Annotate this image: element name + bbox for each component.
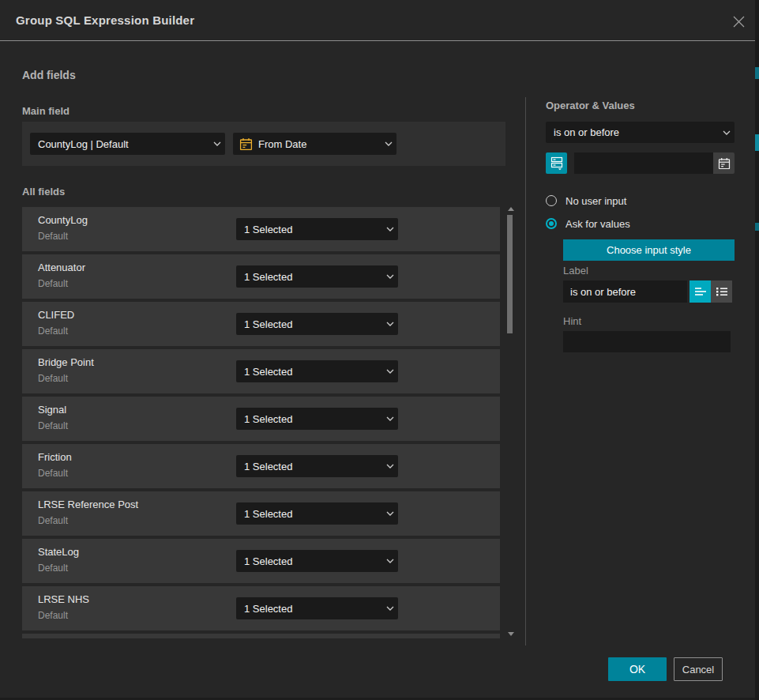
main-field-heading: Main field: [22, 105, 70, 117]
scrollbar-up-arrow[interactable]: [508, 207, 514, 211]
radio-selected-icon: [546, 218, 557, 229]
main-dataset-dropdown-value: CountyLog | Default: [30, 138, 209, 150]
date-value-input[interactable]: [574, 152, 713, 174]
hint-field-label: Hint: [563, 315, 581, 327]
main-field-dropdown[interactable]: From Date: [233, 133, 396, 155]
chevron-down-icon: [719, 130, 735, 135]
field-name: StateLog: [38, 546, 79, 558]
chevron-down-icon: [382, 464, 398, 469]
ok-button[interactable]: OK: [608, 657, 667, 681]
chevron-down-icon: [381, 141, 396, 146]
close-icon: [732, 15, 746, 28]
calendar-icon: [718, 157, 731, 170]
field-selected-dropdown[interactable]: 1 Selected: [236, 265, 398, 288]
cancel-button[interactable]: Cancel: [674, 657, 723, 681]
field-sublabel: Default: [38, 563, 68, 574]
field-sublabel: Default: [38, 420, 68, 431]
close-button[interactable]: [728, 11, 749, 32]
scrollbar-down-arrow[interactable]: [508, 632, 514, 636]
field-sublabel: Default: [38, 326, 68, 337]
field-name: Signal: [38, 404, 66, 416]
field-sublabel: Default: [38, 373, 68, 384]
chevron-down-icon: [382, 227, 398, 231]
field-name: LRSE Reference Post: [38, 499, 138, 510]
label-style-list-button[interactable]: [711, 280, 732, 303]
field-sublabel: Default: [38, 515, 68, 526]
operator-dropdown[interactable]: is on or before: [546, 122, 735, 143]
date-picker-button[interactable]: [713, 152, 735, 174]
field-sublabel: Default: [38, 610, 68, 621]
label-style-text-button[interactable]: [689, 280, 711, 303]
choose-input-style-button[interactable]: Choose input style: [563, 239, 735, 261]
field-row-signal: Signal Default 1 Selected: [22, 397, 500, 441]
field-row-statelog: StateLog Default 1 Selected: [22, 539, 500, 583]
field-name: Friction: [38, 451, 72, 463]
date-field-calendar-icon: [233, 137, 258, 151]
operator-values-heading: Operator & Values: [546, 100, 635, 111]
field-selected-dropdown[interactable]: 1 Selected: [236, 597, 398, 619]
main-field-panel: CountyLog | Default From Date: [22, 122, 505, 166]
bulleted-list-icon: [716, 286, 728, 297]
unique-values-icon: [550, 156, 564, 171]
chevron-down-icon: [382, 511, 398, 516]
label-field-label: Label: [563, 265, 588, 277]
background-fragment: [755, 67, 759, 79]
fields-list-scrollbar-thumb[interactable]: [507, 215, 513, 333]
field-selected-dropdown[interactable]: 1 Selected: [236, 313, 398, 335]
field-row-attenuator: Attenuator Default 1 Selected: [22, 254, 500, 299]
radio-no-user-input[interactable]: No user input: [546, 194, 626, 207]
field-row-countylog: CountyLog Default 1 Selected: [22, 207, 500, 251]
field-sublabel: Default: [38, 278, 68, 289]
field-row-friction: Friction Default 1 Selected: [22, 444, 500, 488]
align-left-icon: [694, 286, 707, 297]
field-name: CLIFED: [38, 309, 74, 321]
field-sublabel: Default: [38, 468, 68, 479]
radio-unselected-icon: [546, 195, 557, 206]
chevron-down-icon: [382, 322, 398, 326]
field-name: CountyLog: [38, 214, 88, 226]
operator-dropdown-value: is on or before: [546, 126, 719, 138]
main-dataset-dropdown[interactable]: CountyLog | Default: [30, 133, 225, 155]
chevron-down-icon: [382, 606, 398, 611]
field-name: LRSE NHS: [38, 593, 89, 605]
field-selected-dropdown[interactable]: 1 Selected: [236, 550, 398, 572]
field-selected-dropdown[interactable]: 1 Selected: [236, 360, 398, 382]
field-row-partial: [22, 634, 500, 638]
header-divider: [0, 40, 755, 41]
group-sql-expression-builder-dialog: Group SQL Expression Builder Add fields …: [0, 0, 759, 700]
add-fields-heading: Add fields: [22, 69, 76, 81]
field-row-clifed: CLIFED Default 1 Selected: [22, 302, 500, 346]
radio-ask-for-values[interactable]: Ask for values: [546, 217, 630, 230]
chevron-down-icon: [382, 274, 398, 279]
value-type-button[interactable]: [546, 152, 567, 174]
field-selected-dropdown[interactable]: 1 Selected: [236, 502, 398, 525]
panel-divider: [525, 97, 526, 645]
chevron-down-icon: [382, 369, 398, 374]
field-row-bridge-point: Bridge Point Default 1 Selected: [22, 349, 500, 393]
field-selected-dropdown[interactable]: 1 Selected: [236, 408, 398, 430]
field-row-lrse-nhs: LRSE NHS Default 1 Selected: [22, 586, 500, 630]
main-field-dropdown-value: From Date: [258, 138, 381, 150]
field-sublabel: Default: [38, 231, 68, 242]
chevron-down-icon: [382, 416, 398, 421]
chevron-down-icon: [382, 559, 398, 563]
label-input[interactable]: [563, 280, 687, 303]
field-row-lrse-reference-post: LRSE Reference Post Default 1 Selected: [22, 491, 500, 536]
hint-input[interactable]: [563, 331, 731, 352]
all-fields-list: CountyLog Default 1 Selected Attenuator …: [22, 207, 505, 638]
field-selected-dropdown[interactable]: 1 Selected: [236, 455, 398, 477]
all-fields-heading: All fields: [22, 186, 65, 198]
background-fragment: [755, 223, 759, 231]
dialog-title: Group SQL Expression Builder: [16, 0, 194, 40]
chevron-down-icon: [209, 141, 225, 146]
background-fragment: [755, 134, 759, 151]
background-page-strip: [755, 0, 759, 700]
field-selected-dropdown[interactable]: 1 Selected: [236, 218, 398, 240]
field-name: Attenuator: [38, 262, 85, 273]
field-name: Bridge Point: [38, 356, 94, 368]
